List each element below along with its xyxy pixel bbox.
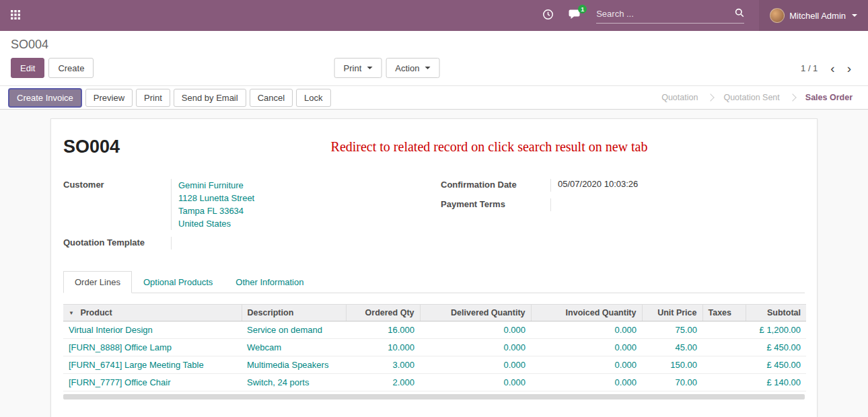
cell-ordered-qty[interactable]: 16.000 [346,321,420,339]
pager-previous-button[interactable]: ‹ [824,62,840,75]
avatar [770,8,785,23]
payment-terms-value [550,198,805,211]
customer-country: United States [178,217,434,230]
annotation-text: Redirect to related record on click sear… [120,139,805,155]
tab-order-lines[interactable]: Order Lines [63,271,132,293]
apps-grid-icon [11,10,20,22]
top-navbar: 1 Mitchell Admin [0,0,868,31]
column-header-description[interactable]: Description [242,305,346,321]
cell-subtotal[interactable]: £ 450.00 [746,339,806,356]
cell-taxes[interactable] [702,321,746,339]
cell-product[interactable]: Virtual Interior Design [63,321,242,339]
action-dropdown[interactable]: Action [386,58,439,78]
activities-button[interactable] [542,9,554,22]
cell-description[interactable]: Multimedia Speakers [242,356,346,374]
cell-ordered-qty[interactable]: 2.000 [346,374,420,391]
search-input[interactable] [596,9,735,19]
cell-unit-price[interactable]: 70.00 [642,374,702,391]
quotation-template-value [171,237,434,250]
cell-product[interactable]: [FURN_8888] Office Lamp [63,339,242,356]
cell-invoiced-qty[interactable]: 0.000 [531,356,642,374]
cell-delivered-qty[interactable]: 0.000 [420,356,531,374]
table-row[interactable]: [FURN_6741] Large Meeting Table Multimed… [63,356,806,374]
search-icon[interactable] [735,8,744,20]
column-header-taxes[interactable]: Taxes [702,305,746,321]
cell-delivered-qty[interactable]: 0.000 [420,339,531,356]
column-header-invoiced-quantity[interactable]: Invoiced Quantity [531,305,642,321]
form-view-background: SO004 Redirect to related record on clic… [0,110,868,417]
cell-subtotal[interactable]: £ 450.00 [746,356,806,374]
user-menu[interactable]: Mitchell Admin [759,0,868,31]
lock-button[interactable]: Lock [296,89,330,107]
messages-count-badge: 1 [578,5,587,13]
confirmation-date-value: 05/07/2020 10:03:26 [550,179,805,192]
cell-invoiced-qty[interactable]: 0.000 [531,321,642,339]
caret-down-icon [852,14,857,17]
cell-invoiced-qty[interactable]: 0.000 [531,339,642,356]
customer-label: Customer [63,179,171,230]
column-toggle-icon[interactable]: ▼ [69,310,74,316]
confirmation-date-label: Confirmation Date [441,179,550,192]
print-dropdown[interactable]: Print [334,58,382,78]
cell-product[interactable]: [FURN_6741] Large Meeting Table [63,356,242,374]
form-sheet: SO004 Redirect to related record on clic… [50,118,818,417]
cell-delivered-qty[interactable]: 0.000 [420,321,531,339]
customer-link[interactable]: Gemini Furniture 1128 Lunetta Street Tam… [171,179,434,230]
global-search [596,8,744,24]
preview-button[interactable]: Preview [85,89,133,107]
messages-button[interactable]: 1 [569,9,581,22]
cell-taxes[interactable] [702,339,746,356]
customer-street: 1128 Lunetta Street [178,192,434,204]
status-quotation-sent[interactable]: Quotation Sent [715,93,788,102]
pager-counter: 1 / 1 [801,63,818,73]
control-panel: SO004 Edit Create Print Action 1 / 1 ‹ › [0,31,868,85]
column-header-ordered-qty[interactable]: Ordered Qty [346,305,420,321]
cell-description[interactable]: Switch, 24 ports [242,374,346,391]
status-sales-order[interactable]: Sales Order [797,93,861,102]
print-button[interactable]: Print [136,89,170,107]
tab-optional-products[interactable]: Optional Products [132,271,224,293]
table-header-row: ▼ Product Description Ordered Qty Delive… [63,305,806,321]
column-header-subtotal[interactable]: Subtotal [746,305,806,321]
cell-taxes[interactable] [702,374,746,391]
create-button[interactable]: Create [48,58,94,78]
caret-down-icon [367,67,372,69]
print-dropdown-label: Print [344,63,362,73]
right-field-group: Confirmation Date 05/07/2020 10:03:26 Pa… [434,179,805,250]
cell-taxes[interactable] [702,356,746,374]
create-invoice-button[interactable]: Create Invoice [8,88,82,108]
status-quotation[interactable]: Quotation [653,93,707,102]
notebook-tabs: Order Lines Optional Products Other Info… [63,271,805,293]
record-title: SO004 [63,137,120,157]
cell-unit-price[interactable]: 75.00 [642,321,702,339]
cell-unit-price[interactable]: 150.00 [642,356,702,374]
column-header-delivered-quantity[interactable]: Delivered Quantity [420,305,531,321]
cell-delivered-qty[interactable]: 0.000 [420,374,531,391]
cell-invoiced-qty[interactable]: 0.000 [531,374,642,391]
edit-button[interactable]: Edit [11,58,44,78]
table-horizontal-scrollbar[interactable] [63,394,805,400]
status-arrow-icon [707,93,715,101]
status-arrow-icon [789,93,796,101]
apps-menu-button[interactable] [11,10,20,22]
cell-description[interactable]: Webcam [242,339,346,356]
table-row[interactable]: [FURN_7777] Office Chair Switch, 24 port… [63,374,806,391]
cell-description[interactable]: Service on demand [242,321,346,339]
column-header-product[interactable]: ▼ Product [63,305,242,321]
cell-subtotal[interactable]: £ 1,200.00 [746,321,806,339]
left-field-group: Customer Gemini Furniture 1128 Lunetta S… [63,179,434,250]
payment-terms-label: Payment Terms [441,198,550,211]
cell-ordered-qty[interactable]: 10.000 [346,339,420,356]
cancel-button[interactable]: Cancel [250,89,293,107]
tab-other-information[interactable]: Other Information [224,271,315,293]
column-header-unit-price[interactable]: Unit Price [642,305,702,321]
cell-product[interactable]: [FURN_7777] Office Chair [63,374,242,391]
breadcrumb: SO004 [11,38,857,52]
cell-subtotal[interactable]: £ 140.00 [746,374,806,391]
send-by-email-button[interactable]: Send by Email [174,89,246,107]
cell-ordered-qty[interactable]: 3.000 [346,356,420,374]
table-row[interactable]: [FURN_8888] Office Lamp Webcam 10.000 0.… [63,339,806,356]
pager-next-button[interactable]: › [841,62,857,75]
cell-unit-price[interactable]: 45.00 [642,339,702,356]
table-row[interactable]: Virtual Interior Design Service on deman… [63,321,806,339]
